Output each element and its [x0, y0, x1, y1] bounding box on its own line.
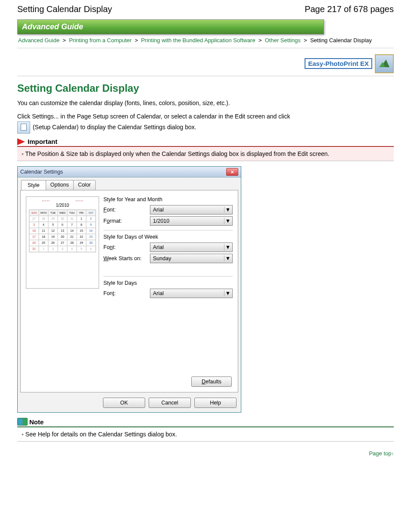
- tab-pane-style: • • • • •• • • • • 1/2010 SUN MON TUE WE…: [20, 190, 238, 392]
- tab-color[interactable]: Color: [73, 180, 96, 190]
- label-font-dw: Font:: [103, 244, 150, 250]
- calendar-preview: • • • • •• • • • • 1/2010 SUN MON TUE WE…: [26, 196, 99, 289]
- note-title: Note: [29, 418, 44, 426]
- combo-font-ym[interactable]: Arial ▼: [150, 205, 233, 215]
- setup-calendar-icon: [17, 121, 30, 134]
- chevron-down-icon: ▼: [224, 207, 231, 213]
- dialog-title: Calendar Settings: [20, 169, 63, 175]
- note-icon: [17, 418, 28, 426]
- important-flag-icon: [17, 138, 25, 145]
- product-badge-row: Easy-PhotoPrint EX: [17, 48, 394, 76]
- chevron-down-icon: ▼: [224, 218, 231, 224]
- ok-button[interactable]: OK: [103, 398, 145, 408]
- breadcrumb-link-0[interactable]: Advanced Guide: [18, 37, 59, 44]
- important-body: The Position & Size tab is displayed onl…: [17, 147, 394, 161]
- breadcrumb-link-1[interactable]: Printing from a Computer: [69, 37, 131, 44]
- chevron-down-icon: ▼: [224, 290, 231, 296]
- howto-text: Click Settings... in the Page Setup scre…: [17, 112, 394, 134]
- label-week-starts: Week Starts on:: [103, 255, 150, 261]
- cancel-button[interactable]: Cancel: [149, 398, 191, 408]
- combo-font-days[interactable]: Arial ▼: [150, 289, 233, 298]
- label-format-ym: Format:: [103, 218, 150, 224]
- intro-text: You can customize the calendar display (…: [17, 99, 394, 108]
- note-callout: Note See Help for details on the Calenda…: [17, 418, 394, 442]
- dialog-tabs: Style Options Color: [18, 177, 241, 190]
- important-title: Important: [28, 138, 57, 145]
- breadcrumb: Advanced Guide > Printing from a Compute…: [17, 34, 394, 48]
- product-badge: Easy-PhotoPrint EX: [305, 58, 372, 69]
- combo-format-ym[interactable]: 1/2010 ▼: [150, 216, 233, 226]
- dialog-titlebar: Calendar Settings ✕: [18, 167, 241, 177]
- combo-font-dw[interactable]: Arial ▼: [150, 243, 233, 252]
- breadcrumb-link-3[interactable]: Other Settings: [265, 37, 301, 44]
- page-counter: Page 217 of 678 pages: [305, 4, 394, 14]
- help-button[interactable]: Help: [194, 398, 237, 408]
- label-font-days: Font:: [103, 290, 150, 296]
- section-year-month: Style for Year and Month: [103, 196, 233, 202]
- page-title: Setting Calendar Display: [17, 4, 112, 14]
- tab-options[interactable]: Options: [46, 180, 74, 190]
- style-form: Style for Year and Month Font: Arial ▼ F…: [103, 196, 233, 300]
- guide-banner: Advanced Guide: [17, 19, 324, 34]
- dialog-actions: OK Cancel Help: [18, 395, 241, 412]
- note-body: See Help for details on the Calendar Set…: [17, 427, 394, 442]
- defaults-button[interactable]: Defaults: [191, 376, 232, 387]
- tab-style[interactable]: Style: [21, 180, 46, 190]
- main-heading: Setting Calendar Display: [17, 82, 394, 94]
- combo-week-starts[interactable]: Sunday ▼: [150, 254, 233, 263]
- close-icon[interactable]: ✕: [226, 168, 238, 176]
- chevron-down-icon: ▼: [224, 255, 231, 261]
- breadcrumb-current: Setting Calendar Display: [310, 37, 372, 44]
- product-badge-icon: [375, 54, 394, 73]
- section-days: Style for Days: [103, 280, 233, 286]
- section-days-week: Style for Days of Week: [103, 234, 233, 240]
- calendar-settings-dialog: Calendar Settings ✕ Style Options Color …: [17, 166, 241, 413]
- breadcrumb-link-2[interactable]: Printing with the Bundled Application So…: [141, 37, 255, 44]
- important-callout: Important The Position & Size tab is dis…: [17, 138, 394, 161]
- label-font-ym: Font:: [103, 207, 150, 213]
- page-header: Setting Calendar Display Page 217 of 678…: [17, 4, 394, 14]
- page-top-link[interactable]: Page top↑: [17, 450, 394, 457]
- chevron-down-icon: ▼: [224, 244, 231, 250]
